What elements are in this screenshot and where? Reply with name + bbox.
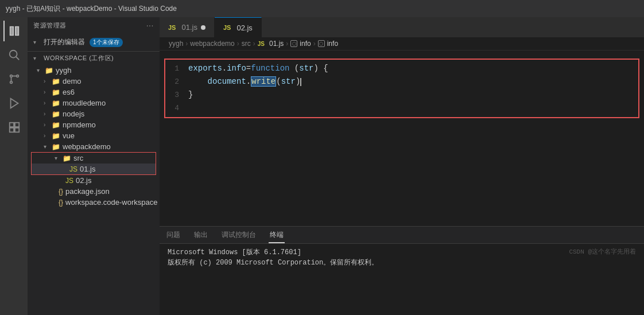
debug-icon[interactable] (3, 93, 24, 114)
src-label: src (73, 154, 83, 162)
watermark-text: CSDN @这个名字先用着 (569, 248, 636, 255)
editors-chevron: ▾ (33, 39, 41, 45)
folder-icon: 📁 (52, 88, 60, 96)
sidebar: 资源管理器 ··· ▾ 打开的编辑器 1个未保存 ▾ WORKSPACE (工作… (28, 17, 160, 315)
js-file-icon: JS (69, 165, 77, 173)
02js-label: 02.js (76, 176, 91, 185)
line-num-3: 3 (165, 89, 188, 102)
svg-rect-8 (10, 123, 14, 127)
nodejs-label: nodejs (63, 110, 84, 118)
tree-item-webpackdemo[interactable]: ▾ 📁 webpackdemo (28, 141, 160, 152)
tree-item-npmdemo[interactable]: › 📁 npmdemo (28, 119, 160, 130)
svg-line-1 (16, 57, 20, 60)
breadcrumb-js-icon: JS (258, 41, 265, 47)
code-line-2: 2 document.write(str) (165, 75, 638, 88)
folder-icon: 📁 (52, 99, 60, 107)
tree-item-workspace[interactable]: {} workspace.code-workspace (28, 197, 160, 208)
sidebar-header: 资源管理器 ··· (28, 17, 160, 33)
svg-point-2 (10, 81, 13, 84)
01js-label: 01.js (80, 165, 95, 173)
tree-item-src[interactable]: ▾ 📁 src (32, 153, 156, 164)
svg-rect-9 (15, 123, 19, 127)
line-content-4 (188, 102, 638, 114)
title-bar: yygh - 已知AI知识 - webpackDemo - Visual Stu… (0, 0, 644, 17)
line-num-1: 1 (165, 63, 188, 75)
packagejson-label: package.json (65, 187, 110, 196)
npmdemo-chevron: › (44, 122, 52, 128)
workspace-chevron: ▾ (33, 55, 41, 61)
activity-bar (0, 17, 28, 315)
folder-icon: 📁 (52, 121, 60, 129)
tab-problems[interactable]: 问题 (165, 228, 181, 243)
watermark: CSDN @这个名字先用着 (561, 244, 644, 315)
main-layout: 资源管理器 ··· ▾ 打开的编辑器 1个未保存 ▾ WORKSPACE (工作… (0, 17, 644, 315)
terminal-line-2: 版权所有 (c) 2009 Microsoft Corporation。保留所有… (168, 258, 553, 268)
tree-item-yygh[interactable]: ▾ 📁 yygh (28, 65, 160, 76)
svg-point-0 (10, 50, 17, 58)
breadcrumb-yygh: yygh (169, 40, 183, 48)
line-num-4: 4 (165, 102, 188, 115)
workspace-label: ▾ WORKSPACE (工作区) (28, 52, 160, 65)
editor-body: 1 exports.info=function (str) { 2 docume… (160, 50, 644, 315)
explorer-icon[interactable] (3, 21, 24, 41)
tree-item-vue[interactable]: › 📁 vue (28, 130, 160, 141)
js-file-icon: JS (65, 177, 73, 185)
folder-icon: 📁 (52, 110, 60, 118)
tree-item-02js[interactable]: JS 02.js (28, 175, 160, 186)
tab-js-icon: JS (168, 24, 176, 31)
git-icon[interactable] (3, 69, 24, 90)
webpackdemo-label: webpackdemo (63, 142, 111, 151)
webpackdemo-chevron: ▾ (44, 143, 52, 150)
tree-item-packagejson[interactable]: {} package.json (28, 186, 160, 197)
line-content-2: document.write(str) (188, 75, 638, 88)
terminal-area[interactable]: Microsoft Windows [版本 6.1.7601] 版权所有 (c)… (160, 244, 561, 315)
npmdemo-label: npmdemo (63, 120, 96, 129)
breadcrumb-info2: info (327, 40, 338, 48)
tree-item-nodejs[interactable]: › 📁 nodejs (28, 108, 160, 119)
breadcrumb-01js: 01.js (269, 40, 284, 48)
folder-icon: 📁 (52, 143, 60, 151)
tab-02js[interactable]: JS 02.js (215, 17, 262, 37)
breadcrumb-webpackdemo: webpackdemo (190, 40, 234, 48)
open-editors-label[interactable]: ▾ 打开的编辑器 1个未保存 (28, 36, 160, 49)
vue-label: vue (63, 131, 75, 140)
more-options-icon[interactable]: ··· (146, 21, 154, 30)
breadcrumb-src: src (242, 40, 251, 48)
breadcrumb-cube-icon1: ⬡ (290, 40, 297, 47)
panel-tabs: 问题 输出 调试控制台 终端 (160, 227, 644, 244)
code-line-1: 1 exports.info=function (str) { (165, 62, 638, 75)
tab-bar: JS 01.js JS 02.js (160, 17, 644, 37)
tree-item-es6[interactable]: › 📁 es6 (28, 87, 160, 98)
src-chevron: ▾ (55, 155, 63, 161)
search-activity-icon[interactable] (3, 45, 24, 65)
folder-icon: 📁 (45, 67, 53, 75)
workspace-label-text: WORKSPACE (工作区) (44, 54, 114, 63)
title-text: yygh - 已知AI知识 - webpackDemo - Visual Stu… (6, 4, 177, 14)
vue-chevron: › (44, 133, 52, 139)
tree-item-moudledemo[interactable]: › 📁 moudledemo (28, 98, 160, 108)
code-line-3: 3 } (165, 88, 638, 102)
folder-icon: 📁 (52, 77, 60, 85)
tree-item-01js[interactable]: JS 01.js (32, 164, 156, 174)
moudledemo-chevron: › (44, 100, 52, 106)
tab-01js[interactable]: JS 01.js (160, 17, 215, 37)
code-editor[interactable]: 1 exports.info=function (str) { 2 docume… (160, 50, 644, 226)
workspace-section: ▾ WORKSPACE (工作区) ▾ 📁 yygh › 📁 demo › 📁 … (28, 52, 160, 315)
editors-section: ▾ 打开的编辑器 1个未保存 (28, 33, 160, 52)
panel: 问题 输出 调试控制台 终端 Microsoft Windows [版本 6.1… (160, 226, 644, 315)
line-content-3: } (188, 88, 638, 101)
tab-terminal[interactable]: 终端 (269, 228, 285, 243)
unsaved-badge: 1个未保存 (90, 38, 123, 47)
tab-02js-label: 02.js (236, 24, 252, 32)
editor-area: JS 01.js JS 02.js yygh › webpackdemo › s… (160, 17, 644, 315)
extensions-icon[interactable] (3, 117, 24, 138)
svg-point-3 (17, 75, 19, 77)
sidebar-header-icons: ··· (146, 21, 154, 30)
breadcrumb: yygh › webpackdemo › src › JS 01.js › ⬡ … (160, 37, 644, 50)
moudledemo-label: moudledemo (63, 99, 106, 107)
tab-output[interactable]: 输出 (193, 228, 209, 243)
tab-js-icon: JS (223, 24, 231, 31)
tab-debug-console[interactable]: 调试控制台 (220, 228, 257, 243)
editors-label-text: 打开的编辑器 (44, 37, 85, 47)
tree-item-demo[interactable]: › 📁 demo (28, 76, 160, 87)
